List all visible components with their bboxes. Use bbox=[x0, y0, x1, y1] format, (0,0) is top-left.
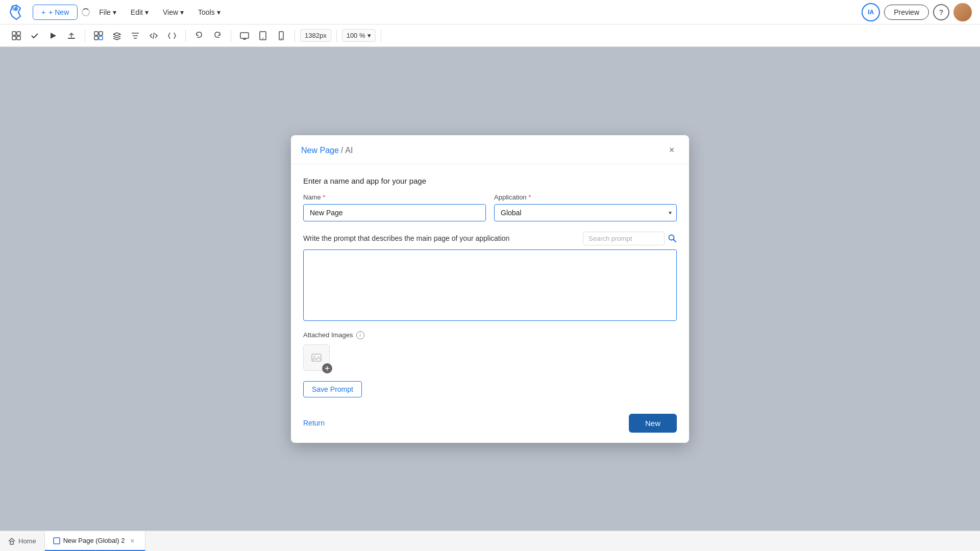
view-menu[interactable]: View ▾ bbox=[158, 5, 189, 19]
svg-rect-0 bbox=[12, 32, 16, 35]
svg-point-20 bbox=[281, 38, 282, 39]
help-button[interactable]: ? bbox=[933, 4, 949, 20]
divider5 bbox=[336, 30, 337, 42]
close-button[interactable]: × bbox=[665, 143, 679, 158]
svg-rect-2 bbox=[12, 36, 16, 40]
new-modal-button[interactable]: New bbox=[629, 414, 677, 433]
modal-header: New Page / AI × bbox=[291, 135, 689, 164]
svg-line-22 bbox=[674, 240, 676, 242]
svg-rect-1 bbox=[17, 32, 20, 35]
svg-point-18 bbox=[262, 38, 263, 39]
name-label: Name * bbox=[303, 193, 486, 201]
attached-images-section: Attached Images i bbox=[303, 331, 677, 371]
code-button[interactable] bbox=[145, 28, 162, 44]
filter-button[interactable] bbox=[127, 28, 143, 44]
svg-rect-3 bbox=[17, 36, 20, 40]
chevron-down-icon: ▾ bbox=[113, 8, 116, 16]
svg-rect-28 bbox=[54, 538, 60, 544]
main-canvas: New Page / AI × Enter a name and app for… bbox=[0, 47, 980, 531]
svg-point-24 bbox=[314, 356, 315, 357]
image-placeholder bbox=[303, 344, 330, 371]
name-input[interactable] bbox=[303, 204, 486, 221]
svg-rect-14 bbox=[240, 33, 249, 38]
search-prompt-input[interactable] bbox=[583, 232, 665, 245]
export-button[interactable] bbox=[63, 28, 80, 44]
divider4 bbox=[295, 30, 295, 42]
edit-menu[interactable]: Edit ▾ bbox=[126, 5, 154, 19]
search-prompt-wrapper bbox=[583, 232, 677, 245]
svg-rect-9 bbox=[99, 36, 103, 40]
application-select-wrapper: Global App1 App2 ▾ bbox=[494, 204, 677, 221]
new-page-modal: New Page / AI × Enter a name and app for… bbox=[291, 135, 689, 443]
add-image-button[interactable] bbox=[322, 363, 332, 373]
tablet-view-button[interactable] bbox=[255, 28, 271, 44]
check-button[interactable] bbox=[27, 28, 43, 44]
modal-overlay: New Page / AI × Enter a name and app for… bbox=[0, 47, 980, 531]
modal-body: Enter a name and app for your page Name … bbox=[291, 164, 689, 408]
svg-rect-7 bbox=[99, 32, 103, 35]
divider3 bbox=[231, 30, 231, 42]
search-icon-button[interactable] bbox=[668, 234, 677, 243]
page-icon bbox=[53, 537, 60, 544]
form-row-name-app: Name * Application * Global bbox=[303, 193, 677, 221]
modal-footer: Return New bbox=[291, 408, 689, 443]
zoom-display[interactable]: 100 % ▾ bbox=[342, 29, 376, 42]
redo-button[interactable] bbox=[209, 28, 226, 44]
top-toolbar: + + New File ▾ Edit ▾ View ▾ Tools ▾ IA … bbox=[0, 0, 980, 24]
prompt-label: Write the prompt that describes the main… bbox=[303, 234, 509, 242]
components-button[interactable] bbox=[90, 28, 107, 44]
return-link[interactable]: Return bbox=[303, 419, 325, 427]
application-select[interactable]: Global App1 App2 bbox=[494, 204, 677, 221]
tab-home[interactable]: Home bbox=[0, 531, 45, 551]
home-icon bbox=[8, 538, 15, 545]
file-menu[interactable]: File ▾ bbox=[94, 5, 121, 19]
prompt-header: Write the prompt that describes the main… bbox=[303, 232, 677, 245]
desktop-view-button[interactable] bbox=[236, 28, 253, 44]
name-field-group: Name * bbox=[303, 193, 486, 221]
prompt-section: Write the prompt that describes the main… bbox=[303, 232, 677, 323]
svg-rect-6 bbox=[94, 32, 98, 35]
grid-view-button[interactable] bbox=[8, 28, 24, 44]
divider6 bbox=[381, 30, 381, 42]
prompt-textarea[interactable] bbox=[303, 249, 677, 321]
divider bbox=[85, 30, 85, 42]
layers-button[interactable] bbox=[109, 28, 125, 44]
tab-new-page[interactable]: New Page (Global) 2 × bbox=[45, 531, 146, 551]
svg-rect-27 bbox=[10, 541, 13, 544]
svg-rect-8 bbox=[94, 36, 98, 40]
avatar[interactable] bbox=[953, 3, 972, 21]
preview-button[interactable]: Preview bbox=[884, 5, 929, 20]
application-field-group: Application * Global App1 App2 ▾ bbox=[494, 193, 677, 221]
info-icon[interactable]: i bbox=[356, 331, 364, 339]
undo-button[interactable] bbox=[191, 28, 207, 44]
avatar-initials bbox=[953, 3, 972, 21]
tab-close-button[interactable]: × bbox=[128, 536, 137, 545]
modal-title: New Page / AI bbox=[301, 146, 353, 155]
ia-badge[interactable]: IA bbox=[862, 3, 880, 21]
bracket-button[interactable] bbox=[164, 28, 180, 44]
width-display[interactable]: 1382px bbox=[300, 29, 331, 42]
modal-title-link[interactable]: New Page bbox=[301, 146, 339, 155]
mobile-view-button[interactable] bbox=[273, 28, 289, 44]
modal-title-separator: / bbox=[341, 146, 343, 155]
second-toolbar: 1382px 100 % ▾ bbox=[0, 24, 980, 47]
play-button[interactable] bbox=[45, 28, 61, 44]
bottom-tabbar: Home New Page (Global) 2 × bbox=[0, 531, 980, 551]
svg-line-13 bbox=[153, 33, 154, 39]
svg-marker-4 bbox=[51, 33, 56, 39]
chevron-down-icon: ▾ bbox=[180, 8, 184, 16]
svg-rect-5 bbox=[68, 38, 75, 39]
attached-label: Attached Images i bbox=[303, 331, 677, 339]
tools-menu[interactable]: Tools ▾ bbox=[193, 5, 226, 19]
save-prompt-button[interactable]: Save Prompt bbox=[303, 381, 362, 397]
plus-icon: + bbox=[41, 8, 45, 16]
chevron-down-icon: ▾ bbox=[217, 8, 220, 16]
divider2 bbox=[185, 30, 186, 42]
section-title: Enter a name and app for your page bbox=[303, 177, 677, 185]
spinner-icon bbox=[82, 8, 90, 16]
app-logo bbox=[8, 4, 24, 20]
new-button[interactable]: + + New bbox=[33, 5, 78, 20]
new-button-label: + New bbox=[48, 8, 69, 16]
chevron-down-icon: ▾ bbox=[368, 32, 371, 39]
chevron-down-icon: ▾ bbox=[145, 8, 149, 16]
